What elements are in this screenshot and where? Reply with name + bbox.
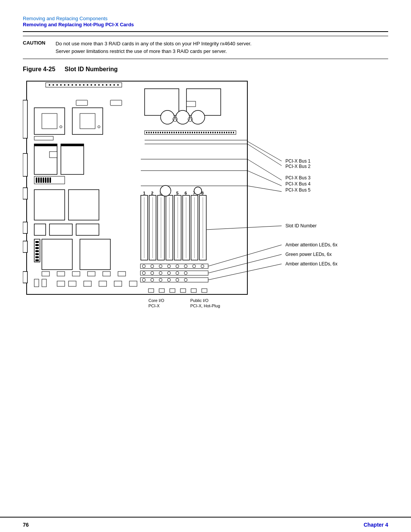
svg-point-3 [53, 84, 54, 86]
svg-rect-25 [23, 241, 27, 252]
svg-point-55 [191, 110, 205, 124]
svg-rect-182 [103, 272, 110, 276]
caution-line1: Do not use more than 3 RAID cards in any… [56, 41, 252, 46]
svg-point-10 [79, 84, 81, 86]
svg-point-53 [161, 110, 174, 124]
svg-rect-61 [148, 132, 150, 133]
svg-rect-24 [23, 222, 27, 233]
svg-rect-73 [176, 132, 177, 133]
svg-line-124 [247, 186, 282, 192]
svg-rect-185 [42, 279, 46, 287]
svg-rect-159 [170, 289, 175, 292]
svg-rect-21 [23, 100, 27, 138]
svg-rect-88 [210, 132, 211, 133]
figure-title-text: Slot ID Numbering [65, 66, 118, 72]
svg-rect-51 [145, 89, 179, 115]
svg-rect-96 [228, 132, 229, 133]
svg-point-9 [75, 84, 77, 86]
svg-rect-89 [212, 132, 213, 133]
svg-rect-81 [194, 132, 195, 133]
svg-rect-173 [35, 253, 39, 255]
caution-text: Do not use more than 3 RAID cards in any… [56, 40, 252, 55]
svg-point-8 [72, 84, 73, 86]
footer-bar: 76 Chapter 4 [0, 517, 411, 532]
svg-text:PCI-X Bus 2: PCI-X Bus 2 [285, 164, 311, 169]
svg-text:PCI-X, Hot-Plug: PCI-X, Hot-Plug [190, 304, 220, 308]
breadcrumb-bold[interactable]: Removing and Replacing Hot-Plug PCI-X Ca… [23, 22, 134, 27]
svg-rect-175 [35, 259, 39, 261]
svg-rect-62 [151, 132, 152, 133]
svg-rect-165 [34, 224, 46, 235]
svg-rect-162 [202, 289, 207, 292]
svg-rect-22 [23, 153, 27, 176]
svg-text:PCI-X Bus 1: PCI-X Bus 1 [285, 158, 311, 164]
svg-rect-169 [35, 241, 39, 243]
footer-chapter: Chapter 4 [363, 522, 388, 528]
svg-rect-35 [34, 136, 53, 140]
svg-rect-45 [43, 177, 44, 183]
diagram-container: 1 2 3 4 5 6 7 8 [23, 77, 388, 322]
svg-rect-177 [80, 239, 110, 270]
svg-text:6: 6 [185, 191, 187, 195]
svg-rect-32 [80, 113, 95, 129]
svg-rect-97 [231, 132, 232, 133]
page-container: Removing and Replacing Components Removi… [0, 0, 411, 532]
svg-rect-157 [148, 289, 154, 292]
caution-box: CAUTION Do not use more than 3 RAID card… [23, 36, 388, 59]
svg-rect-190 [114, 281, 122, 286]
svg-rect-92 [219, 132, 220, 133]
svg-rect-67 [162, 132, 163, 133]
svg-point-17 [106, 84, 107, 86]
svg-rect-72 [174, 132, 175, 133]
svg-rect-23 [23, 188, 27, 199]
svg-rect-170 [35, 244, 39, 246]
svg-rect-39 [61, 144, 84, 146]
svg-rect-49 [34, 190, 65, 220]
footer-page-number: 76 [23, 522, 29, 528]
svg-text:Amber attention LEDs, 6x: Amber attention LEDs, 6x [285, 261, 338, 267]
svg-rect-42 [36, 177, 37, 183]
svg-rect-86 [206, 132, 207, 133]
svg-rect-171 [35, 247, 39, 249]
svg-rect-44 [40, 177, 42, 183]
svg-rect-40 [49, 152, 57, 158]
svg-rect-91 [217, 132, 218, 133]
breadcrumb: Removing and Replacing Components Removi… [23, 15, 388, 27]
svg-rect-85 [203, 132, 204, 133]
svg-point-19 [113, 84, 115, 86]
svg-rect-70 [169, 132, 170, 133]
svg-text:PCI-X Bus 5: PCI-X Bus 5 [285, 187, 311, 193]
svg-text:PCI-X Bus 4: PCI-X Bus 4 [285, 181, 311, 187]
svg-rect-98 [233, 132, 234, 133]
svg-rect-95 [226, 132, 227, 133]
svg-rect-38 [61, 144, 84, 174]
figure-number: Figure 4-25 [23, 66, 55, 72]
breadcrumb-link[interactable]: Removing and Replacing Components [23, 16, 108, 21]
svg-rect-69 [167, 132, 168, 133]
svg-point-6 [64, 84, 65, 86]
svg-point-11 [83, 84, 84, 86]
svg-point-5 [60, 84, 62, 86]
svg-point-163 [160, 185, 171, 196]
svg-rect-172 [35, 250, 39, 252]
svg-rect-176 [42, 239, 72, 270]
svg-rect-63 [153, 132, 154, 133]
svg-point-12 [87, 84, 88, 86]
svg-text:Amber attention LEDs, 6x: Amber attention LEDs, 6x [285, 242, 338, 248]
svg-rect-60 [146, 132, 147, 133]
svg-rect-71 [171, 132, 172, 133]
svg-point-20 [117, 84, 119, 86]
svg-rect-186 [57, 281, 65, 286]
caution-line2: Server power limitations restrict the us… [56, 48, 227, 54]
svg-rect-82 [196, 132, 198, 133]
svg-rect-178 [42, 272, 49, 276]
svg-rect-48 [49, 177, 51, 183]
caution-label: CAUTION [23, 40, 49, 55]
svg-point-7 [68, 84, 69, 86]
svg-point-2 [49, 84, 50, 86]
svg-rect-187 [68, 281, 76, 286]
svg-rect-64 [155, 132, 156, 133]
svg-rect-65 [158, 132, 159, 133]
svg-text:Slot ID Number: Slot ID Number [285, 223, 317, 228]
svg-rect-68 [164, 132, 166, 133]
